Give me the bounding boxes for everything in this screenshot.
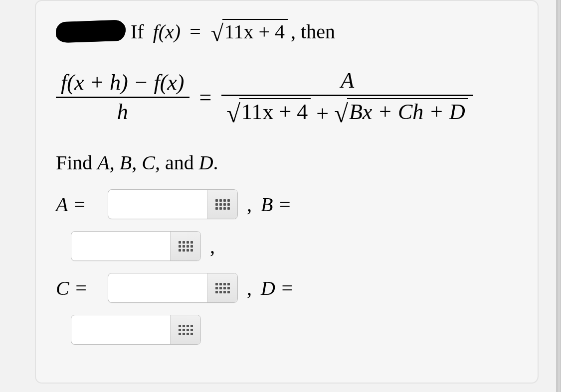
problem-card: If f(x) = √ 11x + 4 , then f(x + h) − f(…	[35, 0, 539, 384]
find-vars: A, B, C,	[97, 151, 160, 174]
rhs-radicand-1: 11x + 4	[239, 98, 311, 126]
comma-B: ,	[208, 235, 217, 258]
rhs-fraction: A √ 11x + 4 + √ Bx + Ch + D	[221, 67, 473, 128]
rhs-radicand-2: Bx + Ch + D	[347, 98, 468, 126]
find-period: .	[213, 151, 218, 174]
if-text: If	[131, 20, 144, 43]
comma-CD: ,	[245, 276, 254, 300]
A-label: A =	[56, 193, 101, 216]
and-word: and	[160, 151, 199, 174]
C-input-wrap	[108, 273, 238, 303]
sqrt-main: √ 11x + 4	[211, 19, 288, 44]
B-input-wrap	[71, 231, 201, 261]
keypad-button-B[interactable]	[170, 232, 200, 261]
answers-block: A = , B =	[56, 189, 523, 345]
find-lastvar: D	[199, 151, 213, 174]
find-instruction: Find A, B, C, and D.	[56, 151, 523, 174]
D-input-wrap	[71, 315, 201, 345]
C-input[interactable]	[108, 273, 207, 302]
row-B: ,	[71, 231, 523, 261]
f-of-x: f(x)	[153, 20, 181, 43]
equals-sign: =	[189, 20, 201, 43]
difference-quotient-equation: f(x + h) − f(x) h = A √ 11x + 4 + √ Bx +…	[56, 67, 523, 128]
prompt-line: If f(x) = √ 11x + 4 , then	[56, 19, 523, 44]
B-label: B =	[261, 193, 291, 216]
keypad-icon	[215, 199, 230, 210]
keypad-icon	[179, 325, 193, 335]
find-word: Find	[56, 151, 97, 174]
rhs-sqrt-2: √ Bx + Ch + D	[334, 98, 468, 126]
C-label: C =	[56, 276, 101, 300]
row-C: C = , D =	[56, 273, 523, 303]
B-input[interactable]	[71, 232, 170, 261]
keypad-button-A[interactable]	[207, 190, 237, 219]
A-input[interactable]	[108, 190, 207, 219]
comma-AB: ,	[245, 193, 254, 216]
row-A: A = , B =	[56, 189, 523, 219]
lhs-denominator: h	[112, 98, 133, 126]
rhs-sqrt-1: √ 11x + 4	[226, 98, 311, 126]
plus-sign: +	[316, 102, 334, 126]
D-input[interactable]	[71, 315, 170, 344]
page-root: If f(x) = √ 11x + 4 , then f(x + h) − f(…	[0, 0, 561, 392]
D-label: D =	[261, 276, 294, 300]
redaction-scribble	[55, 20, 126, 43]
then-text: , then	[291, 20, 335, 43]
row-D	[71, 315, 523, 345]
lhs-fraction: f(x + h) − f(x) h	[56, 69, 189, 127]
keypad-icon	[179, 241, 193, 252]
lhs-numerator: f(x + h) − f(x)	[56, 69, 189, 97]
rhs-denominator: √ 11x + 4 + √ Bx + Ch + D	[221, 96, 473, 129]
rhs-numerator: A	[336, 67, 359, 95]
scrollbar-edge[interactable]	[557, 0, 561, 392]
keypad-icon	[215, 283, 230, 293]
keypad-button-D[interactable]	[170, 315, 200, 344]
equals-sign-main: =	[199, 85, 212, 110]
radicand-main: 11x + 4	[222, 19, 288, 44]
A-input-wrap	[108, 189, 238, 219]
keypad-button-C[interactable]	[207, 273, 237, 302]
